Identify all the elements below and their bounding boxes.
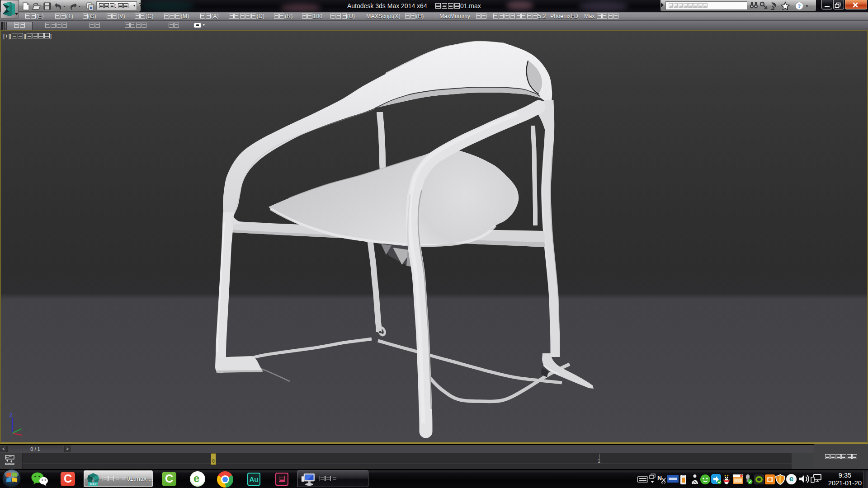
svg-text:MAX: MAX (90, 483, 97, 486)
svg-text:Z: Z (9, 413, 13, 418)
svg-text:?: ? (798, 3, 801, 9)
svg-text:N: N (657, 474, 662, 482)
